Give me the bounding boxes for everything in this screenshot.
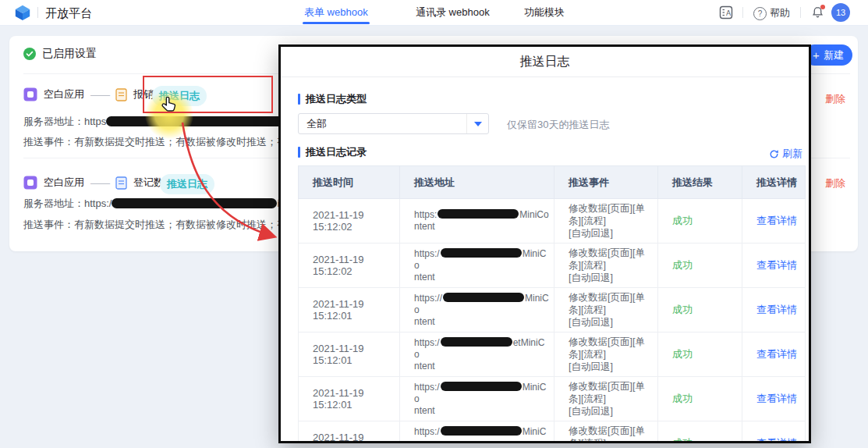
address-book-icon[interactable]: A: [719, 5, 733, 20]
table-row: 2021-11-19 15:12:00https:/MiniContent修改数…: [299, 421, 806, 444]
cell-push-detail: 查看详情: [742, 332, 806, 377]
event-line-2: [自动回退]: [569, 228, 613, 239]
server-address-prefix: 服务器地址：https: [23, 116, 106, 127]
delete-link-2[interactable]: 删除: [825, 176, 845, 190]
url-prefix: https:/: [414, 337, 440, 348]
enabled-settings-title: 已启用设置: [42, 47, 97, 61]
cell-push-event: 修改数据[页面][单条][流程][自动回退]: [554, 288, 658, 332]
cell-push-event: 修改数据[页面][单条][流程][自动回退]: [554, 421, 658, 444]
redaction-bar: [106, 116, 292, 126]
cell-push-url: https:/etMiniContent: [400, 332, 554, 377]
cell-push-result: 成功: [658, 288, 742, 332]
cell-push-url: https:/MiniContent: [400, 377, 554, 421]
col-push-detail: 推送详情: [742, 166, 806, 199]
notification-bell-icon[interactable]: [811, 5, 824, 23]
cell-push-url: https:MiniContent: [400, 199, 554, 244]
cell-push-time: 2021-11-19 15:12:02: [299, 199, 400, 244]
result-success: 成功: [672, 259, 693, 271]
table-header-row: 推送时间 推送地址 推送事件 推送结果 推送详情: [299, 166, 806, 199]
redaction-bar: [441, 426, 522, 436]
app-type-label: 空白应用: [44, 176, 84, 190]
modal-title: 推送日志: [281, 47, 809, 77]
header-divider: [742, 7, 743, 18]
log-table-body: 2021-11-19 15:12:02https:MiniContent修改数据…: [299, 199, 806, 444]
log-type-label-text: 推送日志类型: [306, 92, 367, 106]
cell-push-event: 修改数据[页面][单条][流程][自动回退]: [554, 332, 658, 377]
url-wrap: ntent: [414, 316, 435, 327]
log-type-dropdown[interactable]: 全部: [298, 113, 489, 134]
chevron-down-icon: [474, 122, 482, 126]
table-row: 2021-11-19 15:12:02https:/MiniContent修改数…: [299, 244, 806, 288]
form-doc-icon-orange: [115, 88, 127, 101]
redaction-bar: [112, 198, 277, 208]
cell-push-url: https://MiniContent: [400, 288, 554, 332]
url-wrap: ntent: [414, 361, 435, 372]
plus-icon: +: [813, 49, 820, 61]
server-address-prefix: 服务器地址：https:/: [23, 197, 112, 209]
dash-separator: ——: [90, 177, 109, 189]
cell-push-result: 成功: [658, 377, 742, 421]
refresh-icon: [769, 149, 779, 159]
event-line-2: [自动回退]: [569, 317, 613, 328]
event-line-1: 修改数据[页面][单条][流程]: [569, 336, 645, 360]
user-avatar[interactable]: 13: [831, 3, 850, 22]
event-line-1: 修改数据[页面][单条][流程]: [569, 292, 645, 315]
app-type-label: 空白应用: [44, 87, 84, 101]
cell-push-time: 2021-11-19 15:12:01: [299, 332, 400, 377]
top-navigation-bar: 开放平台 表单 webhook 通讯录 webhook 功能模块 A ? 帮助 …: [0, 0, 868, 26]
view-detail-link[interactable]: 查看详情: [756, 437, 797, 443]
log-type-section-label: 推送日志类型: [298, 92, 367, 106]
url-prefix: https:/: [414, 382, 440, 393]
push-log-modal: 推送日志 推送日志类型 全部 仅保留30天的推送日志 推送日志记录 刷新: [278, 44, 811, 443]
result-success: 成功: [672, 437, 693, 443]
question-mark-icon: ?: [753, 7, 767, 20]
help-button[interactable]: ? 帮助: [753, 6, 790, 20]
log-records-label-text: 推送日志记录: [306, 145, 367, 159]
url-wrap: ntent: [414, 272, 435, 283]
cell-push-url: https:/MiniContent: [400, 421, 554, 444]
tab-contacts-webhook[interactable]: 通讯录 webhook: [416, 0, 490, 24]
dropdown-selected-value: 全部: [299, 117, 466, 131]
cell-push-event: 修改数据[页面][单条][流程][自动回退]: [554, 199, 658, 244]
cell-push-detail: 查看详情: [742, 244, 806, 288]
section-accent-bar: [298, 94, 300, 105]
view-detail-link[interactable]: 查看详情: [756, 393, 797, 404]
check-circle-icon: [23, 48, 36, 60]
enabled-settings-header: 已启用设置: [23, 47, 97, 61]
url-prefix: https:/: [414, 248, 440, 259]
cell-push-url: https:/MiniContent: [400, 244, 554, 288]
view-detail-link[interactable]: 查看详情: [756, 348, 797, 360]
section-accent-bar: [298, 147, 300, 158]
col-push-event: 推送事件: [554, 166, 658, 199]
col-push-result: 推送结果: [658, 166, 742, 199]
push-log-button-2[interactable]: 推送日志: [160, 174, 214, 194]
brand-divider: [37, 7, 38, 18]
cell-push-time: 2021-11-19 15:12:01: [299, 377, 400, 421]
col-push-time: 推送时间: [299, 166, 400, 199]
event-line-1: 修改数据[页面][单条][流程]: [569, 203, 645, 226]
url-wrap: ntent: [414, 221, 435, 232]
url-tail: MiniCo: [519, 209, 548, 220]
tab-feature-modules[interactable]: 功能模块: [524, 0, 565, 24]
table-row: 2021-11-19 15:12:02https:MiniContent修改数据…: [299, 199, 806, 244]
table-row: 2021-11-19 15:12:01https://MiniContent修改…: [299, 288, 806, 332]
cell-push-detail: 查看详情: [742, 377, 806, 421]
tab-form-webhook[interactable]: 表单 webhook: [304, 0, 368, 24]
cell-push-detail: 查看详情: [742, 288, 806, 332]
log-records-section-label: 推送日志记录: [298, 145, 367, 159]
push-log-table: 推送时间 推送地址 推送事件 推送结果 推送详情 2021-11-19 15:1…: [298, 165, 805, 443]
redaction-bar: [441, 248, 522, 258]
url-wrap: ntent: [414, 405, 435, 416]
view-detail-link[interactable]: 查看详情: [756, 215, 797, 226]
refresh-button[interactable]: 刷新: [769, 147, 802, 161]
cell-push-result: 成功: [658, 199, 742, 244]
new-button[interactable]: + 新建: [804, 44, 852, 66]
event-line-2: [自动回退]: [569, 272, 613, 283]
blank-app-icon: [23, 176, 37, 190]
cell-push-result: 成功: [658, 332, 742, 377]
open-platform-page: 开放平台 表单 webhook 通讯录 webhook 功能模块 A ? 帮助 …: [0, 0, 868, 448]
view-detail-link[interactable]: 查看详情: [756, 304, 797, 315]
view-detail-link[interactable]: 查看详情: [756, 259, 797, 271]
refresh-label: 刷新: [782, 147, 802, 161]
delete-link-1[interactable]: 删除: [825, 92, 845, 106]
